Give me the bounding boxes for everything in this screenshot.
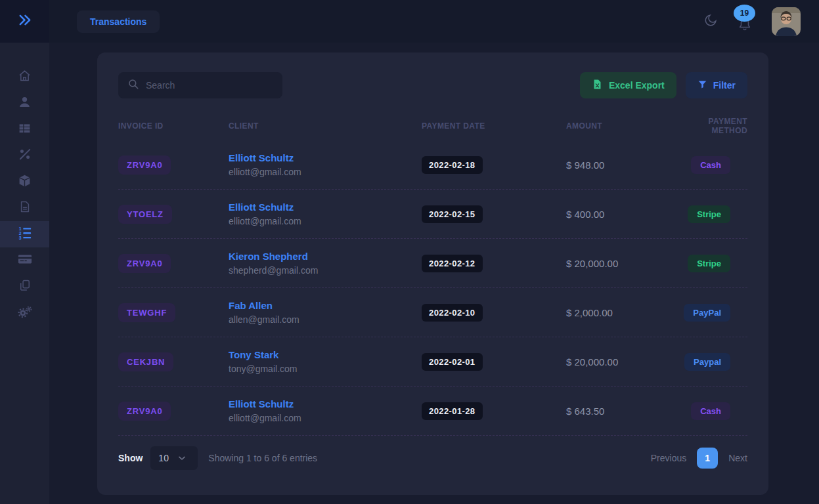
- invoice-id-badge: ZRV9A0: [118, 402, 171, 421]
- sidebar: 123: [0, 0, 49, 504]
- invoice-id-badge: YTOELZ: [118, 205, 172, 224]
- moon-icon: [703, 13, 718, 30]
- filter-label: Filter: [713, 80, 736, 91]
- table-row: ZRV9A0 Kieron Shepherd shepherd@gmail.co…: [118, 239, 747, 288]
- table-row: CEKJBN Tony Stark tony@gmail.com 2022-02…: [118, 337, 747, 387]
- table-footer: Show 10 Showing 1 to 6 of 6 entries Prev…: [118, 446, 747, 470]
- client-name-link[interactable]: Elliott Schultz: [229, 398, 422, 410]
- notifications-button[interactable]: 19: [738, 16, 752, 33]
- sidebar-item-payments[interactable]: [0, 247, 49, 274]
- percent-icon: [18, 148, 32, 163]
- amount-value: $ 643.50: [566, 406, 675, 417]
- previous-page-button[interactable]: Previous: [651, 453, 686, 463]
- copy-icon: [18, 279, 32, 295]
- dark-mode-toggle[interactable]: [703, 13, 718, 30]
- page-title: Transactions: [77, 10, 160, 33]
- header-client: Client: [229, 121, 422, 131]
- invoice-id-badge: TEWGHF: [118, 303, 175, 322]
- show-label: Show: [118, 453, 143, 463]
- page-size-select[interactable]: 10: [150, 446, 198, 470]
- client-name-link[interactable]: Fab Allen: [229, 300, 422, 311]
- svg-text:1: 1: [18, 226, 21, 231]
- avatar[interactable]: [772, 7, 801, 36]
- sidebar-item-copies[interactable]: [0, 274, 49, 300]
- sidebar-nav: 123: [0, 43, 49, 326]
- collapse-chevrons-icon: [17, 12, 32, 30]
- sidebar-item-settings[interactable]: [0, 300, 49, 326]
- client-name-link[interactable]: Elliott Schultz: [229, 152, 422, 163]
- search-box: [118, 72, 282, 98]
- transactions-card: Excel Export Filter Invoice ID Client Pa…: [97, 52, 768, 495]
- pager: Previous 1 Next: [651, 448, 747, 469]
- client-email: shepherd@gmail.com: [229, 265, 422, 276]
- payment-date-chip: 2022-02-12: [422, 255, 483, 272]
- header-payment-date: Payment Date: [422, 121, 566, 131]
- ordered-list-icon: 123: [18, 226, 32, 243]
- current-page-button[interactable]: 1: [697, 448, 718, 469]
- user-icon: [18, 95, 32, 112]
- entries-summary: Showing 1 to 6 of 6 entries: [208, 453, 317, 463]
- payment-date-chip: 2022-01-28: [422, 402, 483, 420]
- payment-method-badge: Cash: [691, 402, 730, 420]
- toolbar-buttons: Excel Export Filter: [580, 72, 747, 98]
- payment-method-badge: Cash: [691, 156, 730, 174]
- home-icon: [18, 69, 32, 85]
- payment-date-chip: 2022-02-10: [422, 304, 483, 322]
- funnel-icon: [697, 79, 707, 91]
- table-row: ZRV9A0 Elliott Schultz elliott@gmail.com…: [118, 140, 747, 190]
- invoice-id-badge: CEKJBN: [118, 352, 173, 371]
- amount-value: $ 2,000.00: [566, 307, 675, 318]
- svg-text:3: 3: [18, 236, 21, 240]
- card-toolbar: Excel Export Filter: [118, 72, 747, 98]
- cube-icon: [18, 174, 32, 190]
- gears-icon: [17, 304, 32, 322]
- chevron-down-icon: [177, 453, 187, 463]
- table-row: ZRV9A0 Elliott Schultz elliott@gmail.com…: [118, 387, 747, 436]
- client-email: elliott@gmail.com: [229, 413, 422, 423]
- payment-method-badge: Stripe: [688, 255, 730, 272]
- sidebar-item-products[interactable]: [0, 169, 49, 195]
- amount-value: $ 400.00: [566, 209, 675, 220]
- table-row: YTOELZ Elliott Schultz elliott@gmail.com…: [118, 190, 747, 239]
- excel-export-label: Excel Export: [609, 80, 665, 91]
- client-name-link[interactable]: Elliott Schultz: [229, 201, 422, 213]
- sidebar-item-users[interactable]: [0, 90, 49, 116]
- topbar: Transactions 19: [49, 0, 819, 43]
- header-invoice-id: Invoice ID: [118, 121, 229, 131]
- invoice-id-badge: ZRV9A0: [118, 254, 171, 273]
- sidebar-item-table[interactable]: [0, 116, 49, 142]
- next-page-button[interactable]: Next: [728, 453, 747, 463]
- svg-text:2: 2: [18, 231, 21, 236]
- header-payment-method: Payment Method: [675, 117, 747, 135]
- sidebar-item-transactions[interactable]: 123: [0, 221, 49, 247]
- client-email: allen@gmail.com: [229, 314, 422, 325]
- client-name-link[interactable]: Kieron Shepherd: [229, 251, 422, 262]
- sidebar-item-documents[interactable]: [0, 195, 49, 221]
- page-size-value: 10: [158, 453, 169, 463]
- notification-count-badge: 19: [734, 5, 755, 22]
- credit-card-icon: [18, 252, 32, 269]
- client-email: elliott@gmail.com: [229, 167, 422, 177]
- client-email: tony@gmail.com: [229, 364, 422, 374]
- client-name-link[interactable]: Tony Stark: [229, 349, 422, 360]
- amount-value: $ 948.00: [566, 159, 675, 171]
- payment-method-badge: PayPal: [684, 304, 730, 322]
- payment-method-badge: Paypal: [684, 353, 730, 371]
- table-icon: [18, 121, 32, 138]
- search-input[interactable]: [146, 80, 273, 91]
- excel-export-button[interactable]: Excel Export: [580, 72, 676, 98]
- sidebar-item-rates[interactable]: [0, 142, 49, 169]
- table-header-row: Invoice ID Client Payment Date Amount Pa…: [118, 112, 747, 140]
- payment-date-chip: 2022-02-15: [422, 205, 483, 223]
- search-icon: [127, 78, 139, 93]
- amount-value: $ 20,000.00: [566, 356, 675, 368]
- invoice-id-badge: ZRV9A0: [118, 156, 171, 175]
- filter-button[interactable]: Filter: [686, 72, 747, 98]
- sidebar-collapse-button[interactable]: [0, 0, 49, 43]
- payment-date-chip: 2022-02-01: [422, 353, 483, 371]
- payment-date-chip: 2022-02-18: [422, 156, 483, 174]
- sidebar-item-home[interactable]: [0, 64, 49, 90]
- topbar-actions: 19: [703, 7, 819, 36]
- payment-method-badge: Stripe: [688, 205, 730, 223]
- client-email: elliott@gmail.com: [229, 216, 422, 226]
